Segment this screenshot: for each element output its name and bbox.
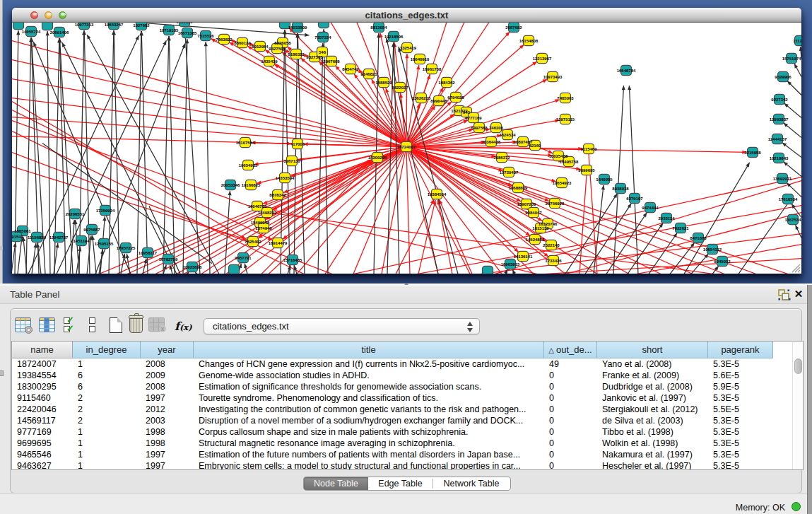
graph-node-label: 8471676 — [690, 236, 707, 240]
minimize-traffic-light-icon[interactable] — [45, 11, 52, 19]
column-header-out_de[interactable]: △out_de... — [544, 341, 597, 358]
resize-grip-icon[interactable] — [791, 263, 801, 273]
window-titlebar[interactable]: citations_edges.txt — [12, 8, 801, 23]
table-tabs: Node TableEdge TableNetwork Table — [303, 477, 511, 491]
table-header-row: namein_degreeyeartitle△out_de...shortpag… — [12, 341, 803, 358]
new-document-button[interactable] — [108, 317, 124, 334]
graph-node-label: 1640955 — [596, 177, 613, 182]
cell: 0 — [544, 426, 597, 438]
table-row[interactable]: 911546021997Tourette syndrome. Phenomeno… — [12, 392, 803, 404]
graph-node-label: 20206551 — [66, 212, 85, 216]
graph-node-label: 19654923 — [553, 181, 572, 185]
cell: 18300295 — [12, 381, 73, 392]
table-row[interactable]: 1456911722003Disruption of a novel membe… — [12, 415, 803, 426]
table-options-button[interactable] — [15, 317, 31, 334]
cell: 1997 — [141, 449, 194, 460]
column-header-pagerank[interactable]: pagerank — [708, 341, 773, 358]
column-header-short[interactable]: short — [597, 341, 708, 358]
table-row[interactable]: 946554611997Estimation of the future num… — [12, 449, 803, 460]
column-header-name[interactable]: name — [12, 341, 73, 358]
graph-node-label: 19384554 — [428, 192, 447, 197]
graph-node[interactable] — [13, 23, 24, 30]
cell: 49 — [544, 358, 597, 370]
cell: 22420046 — [12, 404, 73, 415]
graph-node[interactable] — [229, 264, 240, 274]
table-row[interactable]: 1938455462009Genome-wide association stu… — [12, 370, 803, 381]
graph-node-label: 9245012 — [714, 259, 731, 264]
column-header-title[interactable]: title — [194, 341, 544, 358]
cell: 1 — [73, 426, 141, 438]
graph-node-label: 1374949 — [255, 226, 272, 230]
close-traffic-light-icon[interactable] — [30, 11, 38, 19]
graph-node-label: 19218506 — [384, 35, 404, 39]
cell: 2009 — [141, 370, 194, 381]
cell: 2012 — [141, 404, 194, 415]
graph-node[interactable] — [319, 23, 329, 28]
network-canvas[interactable]: 1405572420691406109773131065326715276021… — [12, 23, 801, 274]
graph-edge — [794, 64, 801, 77]
vertical-scrollbar[interactable] — [792, 342, 803, 470]
graph-node-label: 15751074 — [782, 57, 801, 61]
table-row[interactable]: 969969511998Structural magnetic resonanc… — [12, 438, 803, 449]
sort-ascending-icon: △ — [548, 346, 554, 354]
cell: 0 — [544, 404, 597, 415]
memory-ok-indicator-icon[interactable] — [792, 502, 801, 511]
cell: Structural magnetic resonance image aver… — [194, 438, 544, 449]
tab-node-table[interactable]: Node Table — [304, 477, 368, 490]
tab-network-table[interactable]: Network Table — [433, 477, 510, 490]
table-row[interactable]: 946362711997Embryonic stem cells: a mode… — [12, 460, 803, 470]
graph-node-label: 10025438 — [549, 154, 568, 158]
graph-edge — [796, 225, 801, 238]
close-icon[interactable]: ✕ — [793, 288, 804, 300]
graph-node-label: 14136141 — [514, 255, 533, 259]
cell: Hescheler et al. (1997) — [597, 460, 708, 470]
table-row[interactable]: 2242004622012Investigating the contribut… — [12, 404, 803, 415]
table-row[interactable]: 977716911998Corpus callosum shape and si… — [12, 426, 803, 438]
table-row[interactable]: 1830029562008Estimation of significance … — [12, 381, 803, 392]
graph-node-label: 10923698 — [183, 265, 202, 269]
graph-node-label: 9227342 — [771, 98, 788, 102]
table-select-dropdown[interactable]: citations_edges.txt — [204, 318, 480, 334]
graph-node[interactable] — [42, 23, 53, 30]
table-toolbar: ✓ ✓ x f(x) citations_edges.txt — [10, 310, 802, 341]
select-rows-button[interactable]: ✓ ✓ — [63, 317, 79, 334]
graph-node-label: 7986372 — [493, 156, 510, 160]
left-splitter-handle[interactable] — [0, 246, 3, 250]
function-builder-button[interactable]: f(x) — [175, 320, 203, 332]
delete-button[interactable] — [128, 317, 144, 334]
tab-edge-table[interactable]: Edge Table — [368, 477, 433, 490]
cell: 5.9E-5 — [708, 381, 773, 392]
zoom-traffic-light-icon[interactable] — [59, 11, 66, 19]
graph-node-label: 14055724 — [22, 30, 41, 34]
graph-edge — [18, 237, 22, 274]
graph-node-label: 16671385 — [178, 31, 197, 35]
cell: Nakamura et al. (1997) — [597, 449, 708, 460]
cell: de Silva et al. (2003) — [597, 415, 708, 426]
table-row[interactable]: 1872400712008Changes of HCN gene express… — [12, 358, 803, 370]
graph-node-label: 6794028 — [447, 95, 464, 100]
cell: Disruption of a novel member of a sodium… — [194, 415, 544, 426]
graph-node-label: 16961758 — [423, 67, 442, 71]
graph-node-label: 13692971 — [773, 177, 792, 181]
graph-node-label: 10688609 — [509, 186, 528, 190]
left-splitter-handle-lower[interactable] — [0, 370, 4, 376]
graph-edge — [787, 81, 801, 95]
select-columns-button[interactable] — [39, 317, 55, 334]
cell: Stergiakouli et al. (2012) — [597, 404, 708, 415]
gear-icon — [25, 326, 33, 334]
memory-status-label: Memory: OK — [736, 503, 785, 513]
cell: 9115460 — [12, 392, 73, 404]
scrollbar-thumb[interactable] — [794, 358, 802, 374]
float-window-icon[interactable] — [778, 289, 791, 300]
column-header-year[interactable]: year — [141, 341, 194, 358]
tab-divider — [433, 479, 433, 489]
combo-down-arrow-icon — [467, 328, 473, 332]
node-table[interactable]: namein_degreeyeartitle△out_de...shortpag… — [11, 341, 804, 470]
column-header-in_degree[interactable]: in_degree — [73, 341, 141, 358]
graph-node[interactable] — [483, 266, 493, 274]
cell: 2 — [73, 415, 141, 426]
row-height-button[interactable] — [88, 317, 96, 334]
graph-node-label: 7357224 — [314, 35, 331, 40]
graph-edge — [87, 35, 219, 274]
combo-up-arrow-icon — [467, 322, 473, 326]
